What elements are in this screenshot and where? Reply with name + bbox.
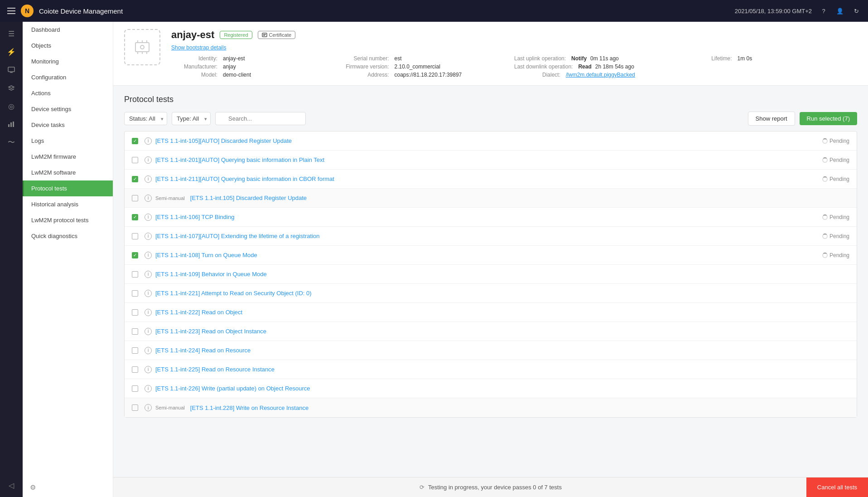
test-name[interactable]: [ETS 1.1-int-109] Behavior in Queue Mode [155, 271, 849, 278]
test-name[interactable]: [ETS 1.1-int-223] Read on Object Instanc… [155, 328, 849, 335]
test-checkbox[interactable] [132, 195, 138, 201]
test-checkbox[interactable] [132, 157, 138, 163]
semi-manual-label: Semi-manual [155, 195, 185, 201]
sidebar-item-historical-analysis[interactable]: Historical analysis [23, 196, 113, 212]
info-icon[interactable]: i [145, 328, 152, 335]
show-bootstrap-link[interactable]: Show bootstrap details [171, 44, 857, 51]
sidebar-icon-wave[interactable]: 〜 [3, 134, 19, 151]
status-badge: Pending [822, 252, 849, 258]
svg-rect-5 [135, 43, 149, 52]
test-checkbox[interactable]: ✓ [132, 138, 138, 144]
sidebar-item-lwm2m-software[interactable]: LwM2M software [23, 165, 113, 180]
sidebar-item-device-tasks[interactable]: Device tasks [23, 117, 113, 133]
certificate-label: Certificate [269, 32, 292, 38]
sidebar-icon-flash[interactable]: ⚡ [3, 44, 19, 60]
info-icon[interactable]: i [145, 195, 152, 202]
test-name[interactable]: [ETS 1.1-int.105] Discarded Register Upd… [190, 195, 849, 201]
meta-firmware: Firmware version: 2.10.0_commercial [343, 63, 515, 70]
test-name[interactable]: [ETS 1.1-int-106] TCP Binding [155, 214, 819, 220]
info-icon[interactable]: i [145, 137, 152, 145]
user-icon[interactable]: 👤 [835, 6, 844, 15]
sidebar-icon-monitor[interactable] [3, 62, 19, 78]
test-checkbox[interactable] [132, 404, 138, 411]
test-checkbox[interactable] [132, 385, 138, 392]
type-filter[interactable]: Type: All [172, 112, 211, 125]
sidebar-item-lwm2m-firmware[interactable]: LwM2M firmware [23, 149, 113, 165]
status-badge: Pending [822, 233, 849, 239]
help-icon[interactable]: ? [819, 6, 828, 15]
status-badge: Pending [822, 157, 849, 163]
info-icon[interactable]: i [145, 233, 152, 240]
test-name[interactable]: [ETS 1.1-int-107][AUTO] Extending the li… [155, 233, 819, 239]
sidebar-item-device-settings[interactable]: Device settings [23, 101, 113, 117]
sidebar-item-protocol-tests[interactable]: Protocol tests [23, 180, 113, 196]
info-icon[interactable]: i [145, 214, 152, 221]
meta-model: Model: demo-client [171, 72, 343, 78]
test-checkbox[interactable] [132, 347, 138, 354]
test-checkbox[interactable] [132, 290, 138, 297]
sidebar-icon-barchart[interactable] [3, 116, 19, 132]
testing-status-message: Testing in progress, your device passes … [428, 484, 562, 491]
sidebar-icon-menu[interactable]: ☰ [3, 25, 19, 42]
sidebar-item-lwm2m-protocol-tests[interactable]: LwM2M protocol tests [23, 212, 113, 228]
test-name[interactable]: [ETS 1.1-int-222] Read on Object [155, 309, 849, 316]
test-name[interactable]: [ETS 1.1-int-224] Read on Resource [155, 347, 849, 354]
table-row: i [ETS 1.1-int-222] Read on Object [125, 303, 857, 322]
refresh-icon[interactable]: ↻ [852, 6, 861, 15]
settings-icon[interactable]: ⚙ [30, 483, 36, 491]
test-checkbox[interactable] [132, 233, 138, 239]
test-name[interactable]: [ETS 1.1-int-105][AUTO] Discarded Regist… [155, 137, 819, 144]
sidebar-item-quick-diagnostics[interactable]: Quick diagnostics [23, 228, 113, 244]
info-icon[interactable]: i [145, 404, 152, 411]
sidebar-icon-layers[interactable] [3, 80, 19, 96]
search-wrapper [215, 112, 306, 125]
info-icon[interactable]: i [145, 156, 152, 164]
test-checkbox[interactable] [132, 309, 138, 316]
info-icon[interactable]: i [145, 252, 152, 259]
test-checkbox[interactable] [132, 328, 138, 335]
info-icon[interactable]: i [145, 271, 152, 278]
dialect-value[interactable]: /lwm2m.default.piggyBacked [566, 72, 635, 78]
sidebar-item-dashboard[interactable]: Dashboard [23, 22, 113, 38]
test-checkbox[interactable]: ✓ [132, 252, 138, 258]
test-checkbox[interactable]: ✓ [132, 214, 138, 220]
checkbox-area [132, 366, 141, 373]
status-spinner [822, 253, 828, 258]
test-checkbox[interactable] [132, 271, 138, 278]
test-name[interactable]: [ETS 1.1-int-226] Write (partial update)… [155, 385, 849, 392]
status-filter[interactable]: Status: All [124, 112, 167, 125]
sidebar-icon-collapse[interactable]: ◁ [3, 477, 19, 493]
test-name[interactable]: [ETS 1.1-int-225] Read on Resource Insta… [155, 366, 849, 373]
device-header: anjay-est Registered Certificate Show bo… [113, 22, 868, 86]
show-report-button[interactable]: Show report [748, 112, 795, 126]
run-selected-button[interactable]: Run selected (7) [800, 112, 857, 125]
test-checkbox[interactable] [132, 366, 138, 373]
icon-sidebar-bottom: ◁ [3, 477, 19, 493]
sidebar-item-objects[interactable]: Objects [23, 38, 113, 54]
status-filter-wrapper: Status: All [124, 112, 167, 125]
sidebar-item-configuration[interactable]: Configuration [23, 69, 113, 85]
info-icon[interactable]: i [145, 347, 152, 354]
info-icon[interactable]: i [145, 290, 152, 297]
test-name[interactable]: [ETS 1.1-int.228] Write on Resource Inst… [190, 404, 849, 411]
info-icon[interactable]: i [145, 385, 152, 392]
topbar-right: 2021/05/18, 13:59:00 GMT+2 ? 👤 ↻ [735, 6, 861, 15]
checkbox-area [132, 271, 141, 278]
test-name[interactable]: [ETS 1.1-int-108] Turn on Queue Mode [155, 252, 819, 258]
info-icon[interactable]: i [145, 175, 152, 183]
test-name[interactable]: [ETS 1.1-int-221] Attempt to Read on Sec… [155, 290, 849, 297]
test-checkbox[interactable]: ✓ [132, 176, 138, 182]
sidebar-icon-circle[interactable]: ◎ [3, 98, 19, 114]
test-name[interactable]: [ETS 1.1-int-211][AUTO] Querying basic i… [155, 175, 819, 182]
sidebar-item-logs[interactable]: Logs [23, 133, 113, 149]
info-icon[interactable]: i [145, 309, 152, 316]
protocol-tests-section: Protocol tests Status: All Type: All Sho… [113, 86, 868, 477]
cancel-all-button[interactable]: Cancel all tests [806, 478, 868, 497]
info-icon[interactable]: i [145, 366, 152, 373]
sidebar-item-actions[interactable]: Actions [23, 85, 113, 101]
sidebar-item-monitoring[interactable]: Monitoring [23, 54, 113, 69]
section-title: Protocol tests [124, 95, 857, 104]
hamburger-menu[interactable] [7, 8, 15, 14]
test-name[interactable]: [ETS 1.1-int-201][AUTO] Querying basic i… [155, 156, 819, 163]
search-input[interactable] [215, 112, 306, 125]
